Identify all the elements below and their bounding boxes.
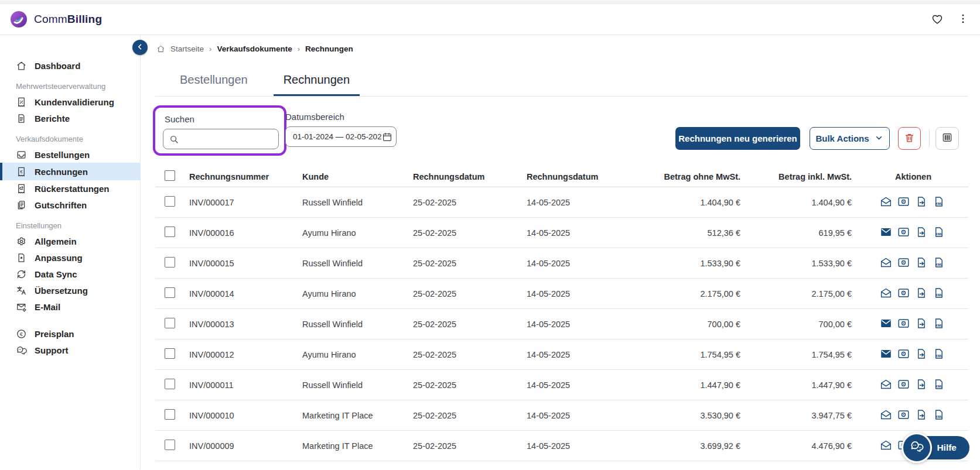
- gear-icon: [16, 236, 27, 247]
- invoice-date-cell: 25-02-2025: [413, 441, 527, 451]
- sidebar-item-e-mail[interactable]: E-Mail: [0, 299, 140, 315]
- export-invoice-button[interactable]: [915, 195, 927, 210]
- bulk-actions-button[interactable]: Bulk Actions: [810, 127, 890, 150]
- delete-button[interactable]: [898, 127, 921, 150]
- column-settings-button[interactable]: [935, 127, 959, 150]
- table-row: INV/000009Marketing IT Place25-02-202514…: [155, 431, 968, 461]
- view-invoice-button[interactable]: [897, 195, 910, 210]
- view-invoice-button[interactable]: [897, 287, 910, 301]
- receipt-refund-icon: [16, 183, 27, 194]
- home-icon: [16, 60, 27, 71]
- export-invoice-button[interactable]: [915, 378, 927, 392]
- row-checkbox[interactable]: [165, 318, 175, 328]
- row-checkbox[interactable]: [165, 257, 175, 267]
- due-date-cell: 14-05-2025: [527, 441, 629, 451]
- view-invoice-button[interactable]: [897, 226, 910, 240]
- row-checkbox[interactable]: [165, 196, 175, 207]
- email-invoice-button[interactable]: [880, 287, 892, 301]
- kebab-menu-icon: [957, 12, 969, 27]
- sidebar-item-gutschriften[interactable]: Gutschriften: [0, 197, 140, 213]
- email-invoice-button[interactable]: [880, 226, 892, 240]
- sidebar-item-kundenvalidierung[interactable]: Kundenvalidierung: [0, 94, 140, 110]
- download-xml-button[interactable]: XML: [933, 226, 945, 240]
- download-xml-button[interactable]: XML: [933, 256, 945, 270]
- sidebar-item-bestellungen[interactable]: Bestellungen: [0, 146, 140, 163]
- search-label: Suchen: [165, 114, 284, 124]
- view-invoice-button[interactable]: [897, 348, 910, 362]
- view-invoice-button[interactable]: [897, 317, 910, 331]
- euro-circle-icon: €: [16, 328, 27, 339]
- customer-cell: Marketing IT Place: [302, 441, 413, 451]
- sidebar-item-r-ckerstattungen[interactable]: Rückerstattungen: [0, 180, 140, 197]
- row-checkbox[interactable]: [165, 287, 175, 298]
- row-checkbox[interactable]: [165, 227, 175, 237]
- mail-sent-icon: [880, 317, 892, 331]
- sidebar-item-bersetzung[interactable]: Übersetzung: [0, 282, 140, 299]
- select-all-checkbox[interactable]: [165, 170, 175, 181]
- email-invoice-button[interactable]: [880, 317, 892, 331]
- search-input[interactable]: [163, 129, 278, 149]
- favorites-button[interactable]: [928, 10, 946, 29]
- invoice-viewer-icon: [897, 409, 910, 423]
- xml-document-icon: XML: [933, 256, 945, 270]
- email-invoice-button[interactable]: [880, 439, 892, 453]
- view-invoice-button[interactable]: [897, 378, 910, 392]
- invoice-number-cell: INV/000009: [189, 441, 302, 451]
- customer-cell: Russell Winfield: [302, 320, 413, 329]
- export-invoice-button[interactable]: [915, 317, 927, 331]
- invoices-table: Rechnungsnummer Kunde Rechnungsdatum Rec…: [155, 166, 968, 461]
- tab-bestellungen[interactable]: Bestellungen: [170, 73, 258, 96]
- xml-document-icon: XML: [933, 317, 945, 331]
- email-invoice-button[interactable]: [880, 256, 892, 270]
- sidebar-item-allgemein[interactable]: Allgemein: [0, 233, 140, 249]
- breadcrumb-verkaufsdokumente[interactable]: Verkaufsdokumente: [217, 44, 292, 53]
- svg-text:XML: XML: [935, 415, 943, 418]
- row-checkbox[interactable]: [165, 379, 175, 389]
- export-invoice-button[interactable]: [915, 287, 927, 301]
- export-invoice-button[interactable]: [915, 409, 927, 423]
- row-checkbox[interactable]: [165, 440, 175, 450]
- download-xml-button[interactable]: XML: [933, 195, 945, 210]
- email-invoice-button[interactable]: [880, 409, 892, 423]
- table-body: INV/000017Russell Winfield25-02-202514-0…: [155, 187, 968, 461]
- download-xml-button[interactable]: XML: [933, 378, 945, 392]
- export-invoice-button[interactable]: [915, 226, 927, 240]
- date-range-input[interactable]: 01-01-2024 — 02-05-202: [285, 126, 397, 147]
- table-row: INV/000017Russell Winfield25-02-202514-0…: [155, 187, 968, 218]
- sidebar-item-label: Kundenvalidierung: [35, 97, 114, 107]
- download-xml-button[interactable]: XML: [933, 348, 945, 362]
- regenerate-invoices-button[interactable]: Rechnungen neu generieren: [675, 127, 800, 150]
- sidebar-collapse-button[interactable]: [132, 40, 148, 55]
- email-invoice-button[interactable]: [880, 348, 892, 362]
- row-actions: XML: [852, 226, 968, 240]
- row-checkbox[interactable]: [165, 348, 175, 359]
- sidebar-item-data-sync[interactable]: Data Sync: [0, 266, 140, 282]
- download-xml-button[interactable]: XML: [933, 409, 945, 423]
- row-checkbox[interactable]: [165, 409, 175, 420]
- sidebar-item-anpassung[interactable]: Anpassung: [0, 249, 140, 266]
- breadcrumb-startseite[interactable]: Startseite: [170, 44, 204, 53]
- mail-gear-icon: [16, 301, 27, 313]
- export-invoice-button[interactable]: [915, 348, 927, 362]
- invoice-date-cell: 25-02-2025: [413, 380, 527, 390]
- sidebar-item-dashboard[interactable]: Dashboard: [0, 57, 140, 74]
- view-invoice-button[interactable]: [897, 256, 910, 270]
- sidebar-item-berichte[interactable]: Berichte: [0, 110, 140, 126]
- sidebar-item-support[interactable]: Support: [0, 342, 140, 358]
- download-xml-button[interactable]: XML: [933, 317, 945, 331]
- document-export-icon: [915, 378, 927, 392]
- export-invoice-button[interactable]: [915, 256, 927, 270]
- download-xml-button[interactable]: XML: [933, 287, 945, 301]
- email-invoice-button[interactable]: [880, 378, 892, 392]
- sidebar-item-rechnungen[interactable]: €Rechnungen: [0, 163, 140, 180]
- svg-text:XML: XML: [935, 385, 943, 388]
- toolbar-divider: [929, 129, 930, 147]
- tab-rechnungen[interactable]: Rechnungen: [274, 73, 360, 96]
- email-invoice-button[interactable]: [880, 195, 892, 210]
- sidebar-item-label: Übersetzung: [35, 286, 88, 296]
- overflow-menu-button[interactable]: [954, 10, 972, 29]
- view-invoice-button[interactable]: [897, 409, 910, 423]
- gross-amount-cell: 3.947,75 €: [740, 411, 852, 420]
- sidebar-item-preisplan[interactable]: €Preisplan: [0, 325, 140, 342]
- invoice-date-cell: 25-02-2025: [413, 228, 527, 238]
